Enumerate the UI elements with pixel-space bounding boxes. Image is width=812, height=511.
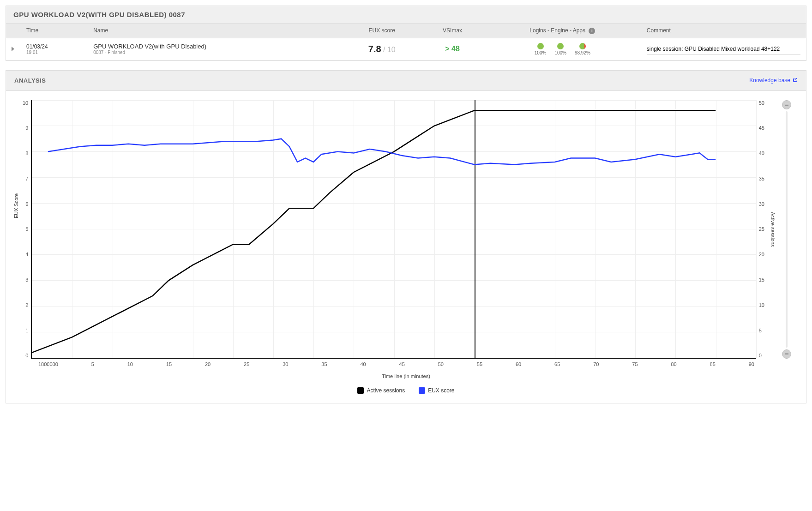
analysis-header: ANALYSIS Knowledge base: [6, 71, 806, 91]
status-apps: 98.92%: [575, 43, 590, 55]
range-slider[interactable]: [781, 100, 792, 359]
col-vsimax: VSImax: [421, 24, 484, 38]
test-table: Time Name EUX score VSImax Logins - Engi…: [6, 24, 806, 60]
cell-eux: 7.8 / 10: [343, 38, 421, 60]
slider-bottom-knob[interactable]: [782, 349, 791, 359]
legend-swatch: [419, 387, 425, 394]
table-row[interactable]: 01/03/24 19:01 GPU WORKLOAD V2(with GPU …: [6, 38, 806, 60]
cell-time: 01/03/24 19:01: [21, 38, 88, 60]
legend-swatch: [357, 387, 364, 394]
analysis-title: ANALYSIS: [14, 77, 46, 84]
test-title: GPU WORKLOAD V2(WITH GPU DISABLED) 0087: [13, 11, 799, 18]
col-comment: Comment: [641, 24, 806, 38]
x-axis: 1800000510152025303540455055606570758085…: [20, 361, 792, 367]
legend-item[interactable]: EUX score: [419, 387, 454, 394]
y-axis-left: 109876543210: [20, 100, 31, 359]
status-logins: 100%: [535, 43, 547, 55]
external-link-icon: [792, 78, 798, 83]
slider-track[interactable]: [786, 111, 788, 348]
series-line: [48, 138, 716, 164]
legend-item[interactable]: Active sessions: [357, 387, 405, 394]
x-axis-label: Time line (in minutes): [20, 373, 792, 379]
expand-chevron-icon[interactable]: [12, 47, 14, 51]
cell-vsimax: > 48: [421, 38, 484, 60]
analysis-card: ANALYSIS Knowledge base EUX Score 109876…: [6, 70, 806, 403]
cell-status: 100% 100% 98.92%: [484, 38, 641, 60]
status-engine: 100%: [554, 43, 566, 55]
chart-plot[interactable]: [31, 100, 756, 359]
legend-label: EUX score: [428, 387, 454, 394]
slider-top-knob[interactable]: [782, 100, 791, 109]
comment-input[interactable]: [647, 44, 800, 54]
col-logins: Logins - Engine - Apps i: [484, 24, 641, 38]
chart-legend: Active sessionsEUX score: [20, 387, 792, 394]
y-axis-right-label: Active sessions: [770, 212, 776, 247]
knowledge-base-link[interactable]: Knowledge base: [749, 77, 798, 84]
info-icon[interactable]: i: [589, 28, 595, 34]
cell-comment: [641, 38, 806, 60]
col-eux: EUX score: [343, 24, 421, 38]
test-card-header: GPU WORKLOAD V2(WITH GPU DISABLED) 0087: [6, 6, 806, 24]
test-summary-card: GPU WORKLOAD V2(WITH GPU DISABLED) 0087 …: [6, 6, 806, 61]
legend-label: Active sessions: [367, 387, 405, 394]
series-line: [32, 110, 716, 353]
y-axis-right: 50454035302520151050: [756, 100, 767, 359]
col-time: Time: [21, 24, 88, 38]
cell-name: GPU WORKLOAD V2(with GPU Disabled) 0087 …: [88, 38, 343, 60]
y-axis-left-label: EUX Score: [13, 193, 19, 218]
chart-container: EUX Score 109876543210 50454035302520151…: [6, 91, 806, 403]
col-name: Name: [88, 24, 343, 38]
